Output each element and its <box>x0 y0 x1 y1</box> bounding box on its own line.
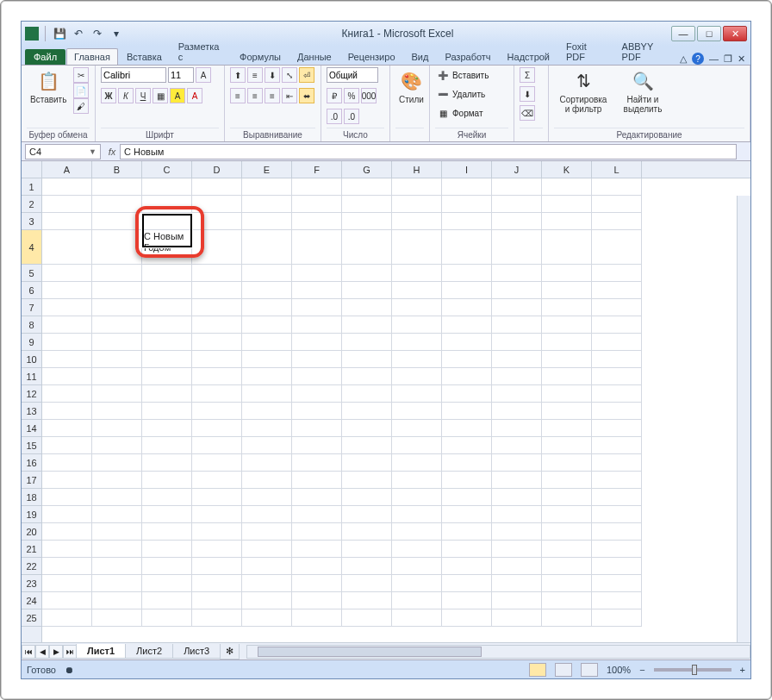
cell-L16[interactable] <box>592 454 642 472</box>
cell-C11[interactable] <box>142 368 192 385</box>
cell-F25[interactable] <box>292 609 342 627</box>
cell-F22[interactable] <box>292 558 342 575</box>
cell-L18[interactable] <box>592 489 642 506</box>
cell-H12[interactable] <box>392 385 442 403</box>
cell-B5[interactable] <box>92 265 142 282</box>
cell-B17[interactable] <box>92 472 142 489</box>
cell-E23[interactable] <box>242 575 292 592</box>
cell-J19[interactable] <box>492 506 542 523</box>
cell-C19[interactable] <box>142 506 192 523</box>
cell-E3[interactable] <box>242 213 292 230</box>
cell-K11[interactable] <box>542 368 592 385</box>
cell-J12[interactable] <box>492 385 542 403</box>
cell-A7[interactable] <box>42 299 92 316</box>
sheet-tab-1[interactable]: Лист1 <box>76 644 126 659</box>
cell-G16[interactable] <box>342 454 392 472</box>
currency-icon[interactable]: ₽ <box>327 88 342 103</box>
cell-C5[interactable] <box>142 265 192 282</box>
row-25[interactable]: 25 <box>22 609 41 627</box>
cell-A3[interactable] <box>42 213 92 230</box>
cell-K16[interactable] <box>542 454 592 472</box>
cell-C8[interactable] <box>142 316 192 334</box>
cell-C4[interactable]: С НовымГодом <box>142 230 192 265</box>
row-23[interactable]: 23 <box>22 575 41 592</box>
cell-E13[interactable] <box>242 403 292 420</box>
row-8[interactable]: 8 <box>22 316 41 334</box>
col-E[interactable]: E <box>242 161 292 178</box>
row-2[interactable]: 2 <box>22 196 41 213</box>
cell-J6[interactable] <box>492 282 542 299</box>
cell-G20[interactable] <box>342 523 392 541</box>
col-J[interactable]: J <box>492 161 542 178</box>
cell-H4[interactable] <box>392 230 442 265</box>
wrap-text-button[interactable]: ⏎ <box>299 67 314 83</box>
cell-H17[interactable] <box>392 472 442 489</box>
cell-A18[interactable] <box>42 489 92 506</box>
cell-K15[interactable] <box>542 437 592 454</box>
cell-K18[interactable] <box>542 489 592 506</box>
cell-G19[interactable] <box>342 506 392 523</box>
tab-file[interactable]: Файл <box>25 49 65 65</box>
cell-A6[interactable] <box>42 282 92 299</box>
cell-A8[interactable] <box>42 316 92 334</box>
cell-H13[interactable] <box>392 403 442 420</box>
row-7[interactable]: 7 <box>22 299 41 316</box>
cell-I25[interactable] <box>442 609 492 627</box>
cell-L14[interactable] <box>592 420 642 437</box>
cell-K7[interactable] <box>542 299 592 316</box>
cell-G8[interactable] <box>342 316 392 334</box>
cell-F3[interactable] <box>292 213 342 230</box>
cell-C24[interactable] <box>142 592 192 609</box>
align-left-icon[interactable]: ≡ <box>230 88 246 103</box>
cell-A22[interactable] <box>42 558 92 575</box>
cell-J14[interactable] <box>492 420 542 437</box>
cell-A21[interactable] <box>42 541 92 558</box>
row-12[interactable]: 12 <box>22 385 41 403</box>
cell-J11[interactable] <box>492 368 542 385</box>
cell-K4[interactable] <box>542 230 592 265</box>
cell-L7[interactable] <box>592 299 642 316</box>
cell-D22[interactable] <box>192 558 242 575</box>
paste-button[interactable]: 📋 Вставить <box>27 67 70 106</box>
cell-F21[interactable] <box>292 541 342 558</box>
cell-F20[interactable] <box>292 523 342 541</box>
bold-button[interactable]: Ж <box>101 88 116 103</box>
inc-decimal-icon[interactable]: .0 <box>327 109 342 124</box>
fx-icon[interactable]: fx <box>104 147 120 157</box>
cell-J22[interactable] <box>492 558 542 575</box>
cell-C1[interactable] <box>142 178 192 196</box>
clear-icon[interactable]: ⌫ <box>520 105 535 121</box>
cell-D15[interactable] <box>192 437 242 454</box>
col-L[interactable]: L <box>592 161 642 178</box>
cell-I3[interactable] <box>442 213 492 230</box>
cell-L11[interactable] <box>592 368 642 385</box>
cell-F1[interactable] <box>292 178 342 196</box>
cell-H15[interactable] <box>392 437 442 454</box>
cell-G14[interactable] <box>342 420 392 437</box>
cell-H24[interactable] <box>392 592 442 609</box>
cell-B22[interactable] <box>92 558 142 575</box>
cell-E12[interactable] <box>242 385 292 403</box>
cell-J16[interactable] <box>492 454 542 472</box>
cell-K12[interactable] <box>542 385 592 403</box>
col-H[interactable]: H <box>392 161 442 178</box>
formula-input[interactable]: С Новым <box>120 144 737 159</box>
cell-K23[interactable] <box>542 575 592 592</box>
cell-I17[interactable] <box>442 472 492 489</box>
cell-A4[interactable] <box>42 230 92 265</box>
zoom-slider[interactable] <box>654 668 732 672</box>
cell-L12[interactable] <box>592 385 642 403</box>
cell-L1[interactable] <box>592 178 642 196</box>
cell-D20[interactable] <box>192 523 242 541</box>
page-break-view-icon[interactable] <box>581 663 598 677</box>
cell-K5[interactable] <box>542 265 592 282</box>
horizontal-scrollbar[interactable] <box>246 645 750 659</box>
cell-E24[interactable] <box>242 592 292 609</box>
cell-C22[interactable] <box>142 558 192 575</box>
cell-E5[interactable] <box>242 265 292 282</box>
font-name-select[interactable] <box>101 67 166 83</box>
cell-K19[interactable] <box>542 506 592 523</box>
first-sheet-icon[interactable]: ⏮ <box>22 645 35 659</box>
cell-B15[interactable] <box>92 437 142 454</box>
cell-C12[interactable] <box>142 385 192 403</box>
